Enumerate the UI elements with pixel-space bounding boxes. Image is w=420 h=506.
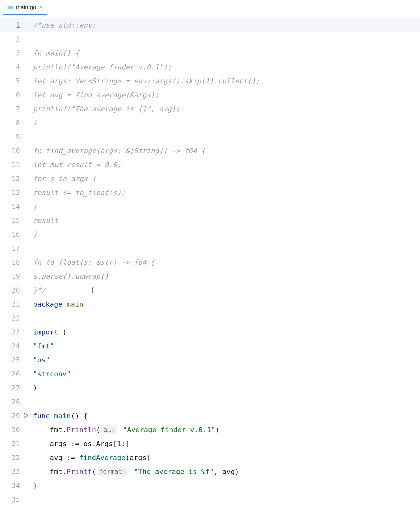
gutter-line[interactable]: 22 [0, 311, 31, 325]
code-line[interactable]: ) [31, 381, 420, 395]
svg-point-5 [11, 7, 11, 7]
token: let args: Vec<String> = env::args().skip… [33, 77, 260, 85]
token: main [67, 300, 83, 308]
code-line[interactable]: args := os.Args[1:] [31, 437, 420, 451]
token: result += to_float(s); [33, 189, 125, 197]
code-line[interactable] [31, 493, 420, 506]
code-line[interactable]: println!("The average is {}", avg); [31, 102, 420, 116]
code-line[interactable]: println!("Average finder v.0.1"); [31, 60, 420, 74]
gutter-line[interactable]: 12 [0, 172, 31, 186]
gutter-line[interactable]: 15 [0, 214, 31, 228]
gutter-line[interactable]: 30 [0, 423, 31, 437]
gutter-line[interactable]: 24 [0, 339, 31, 353]
code-line[interactable]: fmt.Printf(format: "The average is %f", … [31, 465, 420, 479]
gutter-line[interactable]: 32 [0, 451, 31, 465]
code-line[interactable]: /*use std::env; [31, 18, 420, 32]
gutter-line[interactable]: 29 [0, 409, 31, 423]
code-line[interactable] [31, 242, 420, 256]
code-line[interactable]: for s in args { [31, 172, 420, 186]
token: "os" [33, 356, 50, 364]
code-line[interactable]: result += to_float(s); [31, 186, 420, 200]
gutter-line[interactable]: 19 [0, 269, 31, 283]
code-line[interactable]: avg := findAverage(args) [31, 451, 420, 465]
token: . [62, 468, 67, 476]
code-line[interactable]: fn main() { [31, 46, 420, 60]
token: } [33, 482, 37, 490]
code-line[interactable]: } [31, 479, 420, 493]
token: Println [67, 426, 96, 434]
gutter-line[interactable]: 28 [0, 395, 31, 409]
code-line[interactable] [31, 32, 420, 46]
code-line[interactable] [31, 311, 420, 325]
gutter-line[interactable]: 9 [0, 130, 31, 144]
token: ( [62, 328, 67, 336]
gutter-line[interactable]: 1 [0, 18, 31, 32]
gutter-line[interactable]: 3 [0, 46, 31, 60]
code-line[interactable] [31, 395, 420, 409]
gutter-line[interactable]: 6 [0, 88, 31, 102]
gutter[interactable]: 1234567891011121314151617181920212223242… [0, 15, 31, 506]
gutter-line[interactable]: 5 [0, 74, 31, 88]
svg-marker-6 [24, 413, 28, 418]
gutter-line[interactable]: 18 [0, 256, 31, 269]
code-line[interactable]: } [31, 228, 420, 242]
gutter-line[interactable]: 13 [0, 186, 31, 200]
gutter-line[interactable]: 21 [0, 297, 31, 311]
gutter-line[interactable]: 8 [0, 116, 31, 130]
token: println!("The average is {}", avg); [33, 105, 180, 113]
run-icon[interactable] [23, 409, 29, 423]
code-line[interactable]: "strconv" [31, 367, 420, 381]
token: Args [96, 440, 113, 448]
code-line[interactable]: let args: Vec<String> = env::args().skip… [31, 74, 420, 88]
gutter-line[interactable]: 23 [0, 325, 31, 339]
param-hint: format: [97, 467, 128, 476]
close-icon[interactable]: × [39, 4, 43, 11]
code-line[interactable]: let mut result = 0.0; [31, 158, 420, 172]
code-line[interactable]: }*/ [31, 283, 420, 297]
code-area[interactable]: I /*use std::env;fn main() {println!("Av… [31, 15, 420, 506]
token: Printf [67, 468, 92, 476]
code-line[interactable] [31, 130, 420, 144]
gutter-line[interactable]: 17 [0, 242, 31, 256]
tab-main-go[interactable]: main.go × [3, 0, 47, 15]
token: main [54, 412, 71, 420]
gutter-line[interactable]: 26 [0, 367, 31, 381]
gutter-line[interactable]: 20 [0, 283, 31, 297]
token: let mut result = 0.0; [33, 161, 121, 169]
gutter-line[interactable]: 2 [0, 32, 31, 46]
go-file-icon [7, 4, 13, 11]
gutter-line[interactable]: 35 [0, 493, 31, 506]
gutter-line[interactable]: 16 [0, 228, 31, 242]
gutter-line[interactable]: 33 [0, 465, 31, 479]
code-line[interactable]: fn to_float(s: &str) -> f64 { [31, 256, 420, 269]
code-line[interactable]: fn find_average(args: &[String]) -> f64 … [31, 144, 420, 158]
gutter-line[interactable]: 34 [0, 479, 31, 493]
code-line[interactable]: result [31, 214, 420, 228]
gutter-line[interactable]: 11 [0, 158, 31, 172]
token: ) [33, 384, 37, 392]
gutter-line[interactable]: 4 [0, 60, 31, 74]
token: } [33, 119, 37, 127]
code-line[interactable]: } [31, 200, 420, 214]
gutter-line[interactable]: 10 [0, 144, 31, 158]
gutter-line[interactable]: 27 [0, 381, 31, 395]
code-line[interactable]: import ( [31, 325, 420, 339]
code-line[interactable]: s.parse().unwrap() [31, 269, 420, 283]
token: [ [113, 440, 117, 448]
token: ( [96, 426, 100, 434]
gutter-line[interactable]: 31 [0, 437, 31, 451]
code-line[interactable]: } [31, 116, 420, 130]
code-line[interactable]: "fmt" [31, 339, 420, 353]
gutter-line[interactable]: 14 [0, 200, 31, 214]
code-line[interactable]: func main() { [31, 409, 420, 423]
code-line[interactable]: fmt.Println(a…: "Average finder v.0.1") [31, 423, 420, 437]
code-line[interactable]: "os" [31, 353, 420, 367]
gutter-line[interactable]: 25 [0, 353, 31, 367]
token: s.parse().unwrap() [33, 272, 108, 280]
token: "strconv" [33, 370, 71, 378]
gutter-line[interactable]: 7 [0, 102, 31, 116]
token: package [33, 300, 67, 308]
code-line[interactable]: let avg = find_average(&args); [31, 88, 420, 102]
code-line[interactable]: package main [31, 297, 420, 311]
token: import [33, 328, 62, 336]
